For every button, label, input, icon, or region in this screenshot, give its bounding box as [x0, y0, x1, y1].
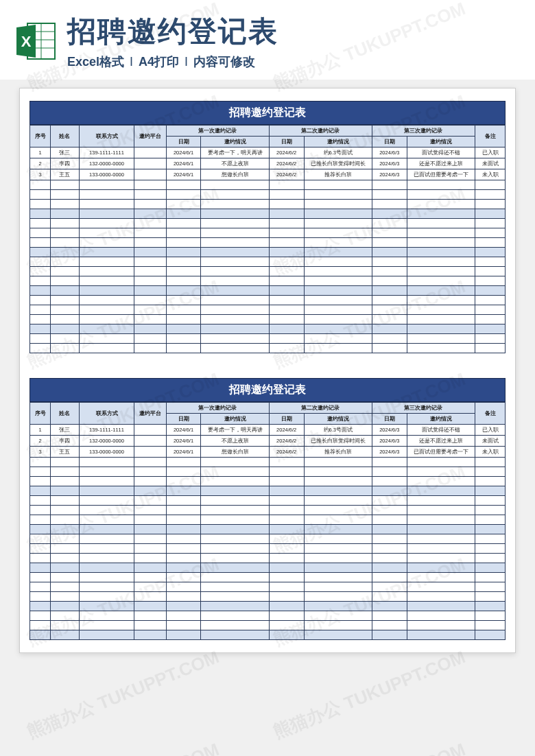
table-row: [30, 630, 506, 640]
table-row: [30, 534, 506, 544]
table-row: [30, 554, 506, 563]
table-row: [30, 344, 506, 353]
col-date1: 日期: [166, 137, 201, 147]
registration-table: 序号姓名联系方式邀约平台第一次邀约记录第二次邀约记录第三次邀约记录备注日期邀约情…: [29, 402, 506, 640]
col-group2: 第二次邀约记录: [269, 126, 372, 137]
col-name: 姓名: [51, 126, 80, 147]
svg-text:X: X: [21, 33, 32, 50]
col-phone: 联系方式: [79, 126, 134, 147]
feature-excel: Excel格式: [67, 54, 124, 70]
table-row: [30, 219, 506, 228]
col-date3: 日期: [372, 137, 407, 147]
page-title: 招聘邀约登记表: [67, 12, 521, 51]
table-row: [30, 486, 506, 496]
title-block: 招聘邀约登记表 Excel格式 I A4打印 I 内容可修改: [67, 12, 521, 70]
page-subtitle-row: Excel格式 I A4打印 I 内容可修改: [67, 54, 521, 70]
table-row: [30, 467, 506, 477]
col-seq: 序号: [30, 126, 51, 147]
table-row: [30, 296, 506, 305]
table-row: [30, 602, 506, 611]
table-row: [30, 238, 506, 248]
feature-editable: 内容可修改: [193, 54, 255, 70]
table-row: [30, 267, 506, 276]
table-row: [30, 324, 506, 334]
table-row: [30, 190, 506, 200]
col-date3: 日期: [372, 414, 407, 425]
col-sit2: 邀约情况: [304, 414, 372, 425]
col-group3: 第三次邀约记录: [372, 126, 475, 137]
table-row: [30, 286, 506, 296]
col-platform: 邀约平台: [134, 126, 166, 147]
feature-a4: A4打印: [139, 54, 179, 70]
table-row: [30, 477, 506, 486]
col-group1: 第一次邀约记录: [166, 403, 269, 414]
table-row: 3王五133-0000-00002024/6/1想做长白班2024/6/2推荐长…: [30, 447, 506, 458]
sheet-title: 招聘邀约登记表: [29, 101, 506, 125]
table-row: [30, 276, 506, 286]
col-sit1: 邀约情况: [201, 137, 269, 147]
col-platform: 邀约平台: [134, 403, 166, 425]
table-row: [30, 611, 506, 621]
page-header: X 招聘邀约登记表 Excel格式 I A4打印 I 内容可修改: [0, 0, 535, 80]
table-row: [30, 228, 506, 238]
table-row: [30, 209, 506, 219]
table-row: [30, 257, 506, 267]
col-sit2: 邀约情况: [304, 137, 372, 147]
table-row: [30, 200, 506, 209]
col-seq: 序号: [30, 403, 51, 425]
col-group3: 第三次邀约记录: [372, 403, 475, 414]
table-row: [30, 582, 506, 592]
col-date1: 日期: [166, 414, 201, 425]
col-sit3: 邀约情况: [407, 137, 475, 147]
excel-icon: X: [14, 19, 58, 63]
table-row: [30, 334, 506, 344]
table-row: 2李四132-0000-00002024/6/1不愿上夜班2024/6/2已推长…: [30, 158, 506, 169]
table-row: [30, 525, 506, 534]
table-row: [30, 573, 506, 582]
col-sit3: 邀约情况: [407, 414, 475, 425]
divider-icon: I: [185, 55, 188, 69]
divider-icon: I: [130, 55, 133, 69]
table-row: [30, 180, 506, 190]
document-preview: 招聘邀约登记表序号姓名联系方式邀约平台第一次邀约记录第二次邀约记录第三次邀约记录…: [19, 88, 516, 653]
table-row: [30, 592, 506, 602]
sheet-title: 招聘邀约登记表: [29, 378, 506, 402]
table-row: [30, 506, 506, 515]
col-phone: 联系方式: [79, 403, 134, 425]
col-date2: 日期: [269, 137, 304, 147]
table-row: 1张三139-1111-11112024/6/1要考虑一下，明天再讲2024/6…: [30, 425, 506, 436]
table-row: [30, 563, 506, 573]
table-row: [30, 458, 506, 467]
table-row: 1张三139-1111-11112024/6/1要考虑一下，明天再讲2024/6…: [30, 147, 506, 158]
col-group1: 第一次邀约记录: [166, 126, 269, 137]
table-row: [30, 515, 506, 525]
col-name: 姓名: [51, 403, 80, 425]
table-row: [30, 621, 506, 630]
col-remark: 备注: [475, 126, 506, 147]
table-row: 3王五133-0000-00002024/6/1想做长白班2024/6/2推荐长…: [30, 169, 506, 180]
table-row: [30, 305, 506, 315]
col-date2: 日期: [269, 414, 304, 425]
col-sit1: 邀约情况: [201, 414, 269, 425]
table-row: [30, 315, 506, 324]
table-row: [30, 248, 506, 257]
table-row: [30, 544, 506, 554]
registration-table: 序号姓名联系方式邀约平台第一次邀约记录第二次邀约记录第三次邀约记录备注日期邀约情…: [29, 125, 506, 353]
col-remark: 备注: [475, 403, 506, 425]
col-group2: 第二次邀约记录: [269, 403, 372, 414]
table-row: [30, 496, 506, 506]
table-row: 2李四132-0000-00002024/6/1不愿上夜班2024/6/2已推长…: [30, 436, 506, 447]
